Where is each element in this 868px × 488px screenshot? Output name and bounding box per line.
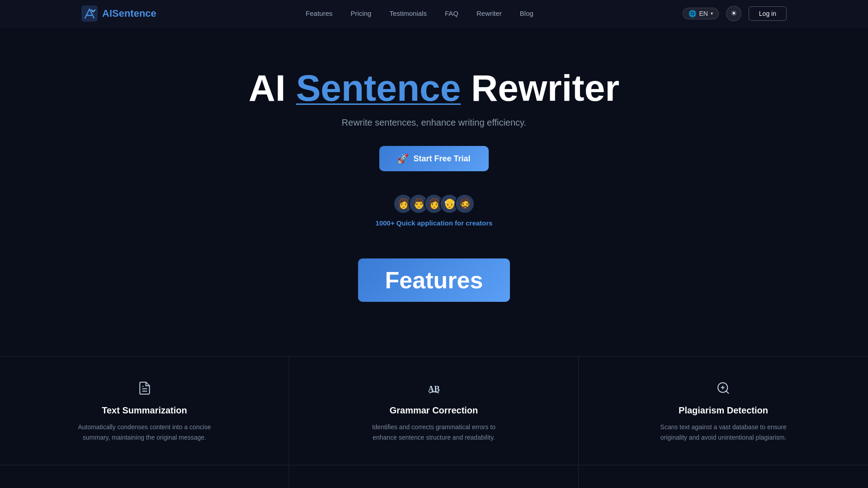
nav-link-faq[interactable]: FAQ [445, 9, 458, 17]
grammar-icon: AB [425, 379, 443, 397]
svg-rect-0 [81, 5, 98, 22]
features-badge: Features [358, 258, 510, 302]
feature-desc-plagiarism-detection: Scans text against a vast database to en… [651, 422, 796, 442]
hero-subtitle: Rewrite sentences, enhance writing effic… [342, 117, 526, 128]
features-grid-row2: Style Improvement Refines sentence fluen… [0, 465, 868, 488]
sun-icon: ☀ [731, 9, 737, 18]
nav-link-features[interactable]: Features [306, 9, 332, 17]
feature-desc-text-summarization: Automatically condenses content into a c… [72, 422, 217, 442]
feature-card-instant-rewriting: Instant Rewriting Provides immediate sug… [289, 465, 579, 488]
hero-title-sentence: Sentence [296, 67, 461, 108]
globe-icon: 🌐 [689, 10, 696, 17]
logo[interactable]: AISentence [81, 5, 156, 22]
hero-title-ai: AI [249, 67, 296, 108]
nav-link-blog[interactable]: Blog [520, 9, 533, 17]
feature-card-grammar-correction: AB Grammar Correction Identifies and cor… [289, 357, 579, 465]
feature-title-text-summarization: Text Summarization [102, 405, 187, 416]
nav-link-testimonials[interactable]: Testimonials [389, 9, 427, 17]
chevron-down-icon: ▾ [711, 11, 713, 16]
language-selector[interactable]: 🌐 EN ▾ [683, 8, 718, 19]
feature-title-plagiarism-detection: Plagiarism Detection [679, 405, 768, 416]
hero-title: AI Sentence Rewriter [249, 68, 619, 108]
social-proof-text: 1000+ Quick application for creators [376, 219, 493, 227]
svg-line-5 [726, 391, 729, 394]
hero-title-rewriter: Rewriter [461, 67, 619, 108]
avatar: 🧔 [455, 194, 475, 214]
social-count: 1000+ [376, 219, 395, 227]
navbar-right: 🌐 EN ▾ ☀ Log in [683, 6, 787, 21]
feature-title-grammar-correction: Grammar Correction [390, 405, 478, 416]
hero-section: AI Sentence Rewriter Rewrite sentences, … [0, 27, 868, 356]
navbar: AISentence Features Pricing Testimonials… [0, 0, 868, 27]
social-text-suffix: Quick application for creators [395, 219, 493, 227]
nav-link-rewriter[interactable]: Rewriter [476, 9, 502, 17]
rocket-icon: 🚀 [397, 153, 409, 164]
search-zoom-icon [714, 379, 732, 397]
lang-label: EN [699, 10, 708, 17]
start-free-trial-button[interactable]: 🚀 Start Free Trial [379, 146, 488, 171]
features-banner: Features [358, 258, 510, 302]
feature-desc-grammar-correction: Identifies and corrects grammatical erro… [362, 422, 506, 442]
document-icon [136, 379, 154, 397]
cta-label: Start Free Trial [413, 154, 470, 164]
nav-link-pricing[interactable]: Pricing [351, 9, 372, 17]
avatars-row: 👩 👨 👩 👴 🧔 [393, 194, 475, 214]
nav-links: Features Pricing Testimonials FAQ Rewrit… [306, 9, 533, 17]
features-grid-row1: Text Summarization Automatically condens… [0, 356, 868, 465]
theme-toggle-button[interactable]: ☀ [726, 6, 741, 21]
feature-card-text-summarization: Text Summarization Automatically condens… [0, 357, 289, 465]
logo-text: AISentence [102, 8, 156, 19]
feature-card-plagiarism-detection: Plagiarism Detection Scans text against … [579, 357, 868, 465]
social-proof: 👩 👨 👩 👴 🧔 1000+ Quick application for cr… [376, 194, 493, 227]
login-button[interactable]: Log in [749, 6, 787, 21]
feature-card-multiple-variations: Multiple Variations Generates diverse ve… [579, 465, 868, 488]
feature-card-style-improvement: Style Improvement Refines sentence fluen… [0, 465, 289, 488]
logo-icon [81, 5, 98, 22]
